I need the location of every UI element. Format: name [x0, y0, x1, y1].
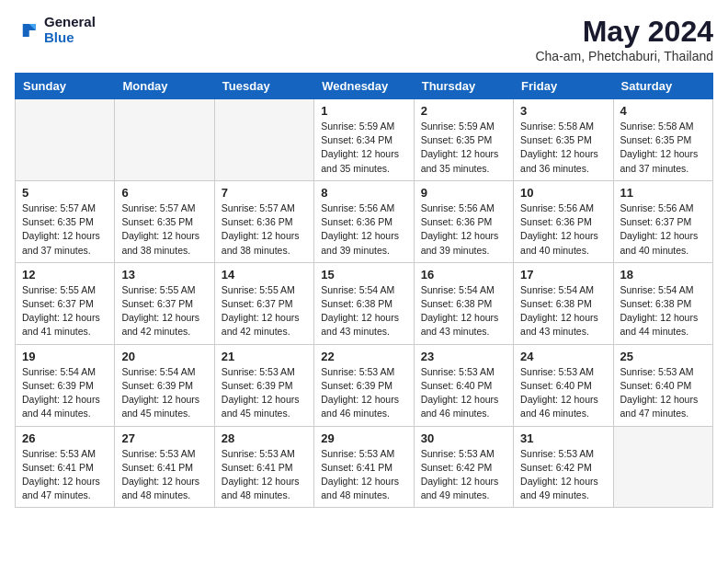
- calendar-cell: 10Sunrise: 5:56 AM Sunset: 6:36 PM Dayli…: [514, 180, 613, 262]
- day-info: Sunrise: 5:53 AM Sunset: 6:42 PM Dayligh…: [520, 447, 606, 503]
- day-number: 12: [22, 268, 108, 282]
- day-info: Sunrise: 5:59 AM Sunset: 6:35 PM Dayligh…: [421, 120, 506, 176]
- calendar-cell: 28Sunrise: 5:53 AM Sunset: 6:41 PM Dayli…: [214, 426, 313, 508]
- week-row-3: 12Sunrise: 5:55 AM Sunset: 6:37 PM Dayli…: [16, 262, 713, 344]
- day-number: 9: [421, 186, 506, 200]
- logo-blue: Blue: [44, 30, 96, 46]
- day-info: Sunrise: 5:56 AM Sunset: 6:37 PM Dayligh…: [620, 201, 706, 258]
- week-row-5: 26Sunrise: 5:53 AM Sunset: 6:41 PM Dayli…: [16, 426, 713, 508]
- title-block: May 2024 Cha-am, Phetchaburi, Thailand: [535, 15, 713, 63]
- calendar-cell: [613, 426, 712, 508]
- day-number: 8: [321, 186, 406, 200]
- calendar-cell: 16Sunrise: 5:54 AM Sunset: 6:38 PM Dayli…: [414, 262, 513, 344]
- day-info: Sunrise: 5:55 AM Sunset: 6:37 PM Dayligh…: [121, 283, 207, 339]
- day-number: 10: [520, 186, 606, 200]
- day-info: Sunrise: 5:57 AM Sunset: 6:35 PM Dayligh…: [121, 201, 207, 258]
- day-number: 7: [222, 186, 307, 200]
- day-number: 31: [520, 431, 606, 445]
- calendar-table: SundayMondayTuesdayWednesdayThursdayFrid…: [15, 73, 713, 508]
- day-info: Sunrise: 5:54 AM Sunset: 6:38 PM Dayligh…: [520, 283, 606, 339]
- weekday-header-monday: Monday: [115, 74, 214, 99]
- day-number: 5: [22, 186, 108, 200]
- calendar-cell: 19Sunrise: 5:54 AM Sunset: 6:39 PM Dayli…: [16, 344, 115, 426]
- calendar-cell: 18Sunrise: 5:54 AM Sunset: 6:38 PM Dayli…: [613, 262, 712, 344]
- logo-icon: [15, 17, 40, 43]
- calendar-cell: 15Sunrise: 5:54 AM Sunset: 6:38 PM Dayli…: [314, 262, 414, 344]
- day-number: 14: [222, 268, 307, 282]
- weekday-header-tuesday: Tuesday: [214, 74, 313, 99]
- month-year: May 2024: [535, 15, 713, 49]
- day-number: 22: [321, 350, 406, 363]
- calendar-cell: 31Sunrise: 5:53 AM Sunset: 6:42 PM Dayli…: [514, 426, 613, 508]
- day-info: Sunrise: 5:59 AM Sunset: 6:34 PM Dayligh…: [321, 120, 406, 176]
- calendar-cell: 24Sunrise: 5:53 AM Sunset: 6:40 PM Dayli…: [514, 344, 613, 426]
- calendar-cell: 29Sunrise: 5:53 AM Sunset: 6:41 PM Dayli…: [314, 426, 414, 508]
- calendar-cell: 22Sunrise: 5:53 AM Sunset: 6:39 PM Dayli…: [314, 344, 414, 426]
- weekday-header-saturday: Saturday: [613, 74, 712, 99]
- day-info: Sunrise: 5:53 AM Sunset: 6:39 PM Dayligh…: [321, 365, 406, 421]
- day-info: Sunrise: 5:58 AM Sunset: 6:35 PM Dayligh…: [620, 120, 706, 176]
- calendar-cell: 6Sunrise: 5:57 AM Sunset: 6:35 PM Daylig…: [115, 180, 214, 262]
- page-header: General Blue May 2024 Cha-am, Phetchabur…: [15, 15, 713, 63]
- weekday-header-row: SundayMondayTuesdayWednesdayThursdayFrid…: [16, 74, 713, 99]
- calendar-cell: 25Sunrise: 5:53 AM Sunset: 6:40 PM Dayli…: [613, 344, 712, 426]
- calendar-cell: 20Sunrise: 5:54 AM Sunset: 6:39 PM Dayli…: [115, 344, 214, 426]
- calendar-cell: 21Sunrise: 5:53 AM Sunset: 6:39 PM Dayli…: [214, 344, 313, 426]
- day-number: 11: [620, 186, 706, 200]
- day-number: 2: [421, 104, 506, 118]
- logo: General Blue: [15, 15, 96, 45]
- day-number: 29: [321, 431, 406, 445]
- day-number: 30: [421, 431, 506, 445]
- day-number: 15: [321, 268, 406, 282]
- day-info: Sunrise: 5:53 AM Sunset: 6:40 PM Dayligh…: [620, 365, 706, 421]
- calendar-cell: 30Sunrise: 5:53 AM Sunset: 6:42 PM Dayli…: [414, 426, 513, 508]
- day-info: Sunrise: 5:53 AM Sunset: 6:41 PM Dayligh…: [22, 447, 108, 503]
- calendar-cell: 3Sunrise: 5:58 AM Sunset: 6:35 PM Daylig…: [514, 99, 613, 181]
- day-info: Sunrise: 5:53 AM Sunset: 6:39 PM Dayligh…: [222, 365, 307, 421]
- calendar-cell: [214, 99, 313, 181]
- day-number: 25: [620, 350, 706, 363]
- week-row-2: 5Sunrise: 5:57 AM Sunset: 6:35 PM Daylig…: [16, 180, 713, 262]
- day-info: Sunrise: 5:55 AM Sunset: 6:37 PM Dayligh…: [22, 283, 108, 339]
- calendar-cell: 1Sunrise: 5:59 AM Sunset: 6:34 PM Daylig…: [314, 99, 414, 181]
- day-info: Sunrise: 5:54 AM Sunset: 6:38 PM Dayligh…: [620, 283, 706, 339]
- day-info: Sunrise: 5:56 AM Sunset: 6:36 PM Dayligh…: [321, 201, 406, 258]
- day-info: Sunrise: 5:54 AM Sunset: 6:39 PM Dayligh…: [22, 365, 108, 421]
- calendar-cell: 14Sunrise: 5:55 AM Sunset: 6:37 PM Dayli…: [214, 262, 313, 344]
- calendar-cell: [115, 99, 214, 181]
- day-number: 28: [222, 431, 307, 445]
- day-info: Sunrise: 5:53 AM Sunset: 6:40 PM Dayligh…: [421, 365, 506, 421]
- day-number: 23: [421, 350, 506, 363]
- calendar-cell: 11Sunrise: 5:56 AM Sunset: 6:37 PM Dayli…: [613, 180, 712, 262]
- day-number: 13: [121, 268, 207, 282]
- calendar-cell: 27Sunrise: 5:53 AM Sunset: 6:41 PM Dayli…: [115, 426, 214, 508]
- weekday-header-wednesday: Wednesday: [314, 74, 414, 99]
- week-row-1: 1Sunrise: 5:59 AM Sunset: 6:34 PM Daylig…: [16, 99, 713, 181]
- calendar-cell: 2Sunrise: 5:59 AM Sunset: 6:35 PM Daylig…: [414, 99, 513, 181]
- weekday-header-sunday: Sunday: [16, 74, 115, 99]
- day-info: Sunrise: 5:53 AM Sunset: 6:42 PM Dayligh…: [421, 447, 506, 503]
- day-number: 4: [620, 104, 706, 118]
- day-info: Sunrise: 5:58 AM Sunset: 6:35 PM Dayligh…: [520, 120, 606, 176]
- day-number: 17: [520, 268, 606, 282]
- day-number: 19: [22, 350, 108, 363]
- day-number: 26: [22, 431, 108, 445]
- day-info: Sunrise: 5:54 AM Sunset: 6:38 PM Dayligh…: [421, 283, 506, 339]
- day-info: Sunrise: 5:54 AM Sunset: 6:38 PM Dayligh…: [321, 283, 406, 339]
- calendar-cell: 17Sunrise: 5:54 AM Sunset: 6:38 PM Dayli…: [514, 262, 613, 344]
- calendar-cell: 12Sunrise: 5:55 AM Sunset: 6:37 PM Dayli…: [16, 262, 115, 344]
- day-number: 18: [620, 268, 706, 282]
- day-number: 1: [321, 104, 406, 118]
- day-info: Sunrise: 5:56 AM Sunset: 6:36 PM Dayligh…: [421, 201, 506, 258]
- calendar-cell: 4Sunrise: 5:58 AM Sunset: 6:35 PM Daylig…: [613, 99, 712, 181]
- day-info: Sunrise: 5:57 AM Sunset: 6:36 PM Dayligh…: [222, 201, 307, 258]
- day-info: Sunrise: 5:54 AM Sunset: 6:39 PM Dayligh…: [121, 365, 207, 421]
- calendar-cell: 23Sunrise: 5:53 AM Sunset: 6:40 PM Dayli…: [414, 344, 513, 426]
- day-number: 24: [520, 350, 606, 363]
- calendar-cell: 5Sunrise: 5:57 AM Sunset: 6:35 PM Daylig…: [16, 180, 115, 262]
- day-number: 27: [121, 431, 207, 445]
- day-number: 20: [121, 350, 207, 363]
- day-info: Sunrise: 5:53 AM Sunset: 6:40 PM Dayligh…: [520, 365, 606, 421]
- logo-general: General: [44, 15, 96, 30]
- day-info: Sunrise: 5:55 AM Sunset: 6:37 PM Dayligh…: [222, 283, 307, 339]
